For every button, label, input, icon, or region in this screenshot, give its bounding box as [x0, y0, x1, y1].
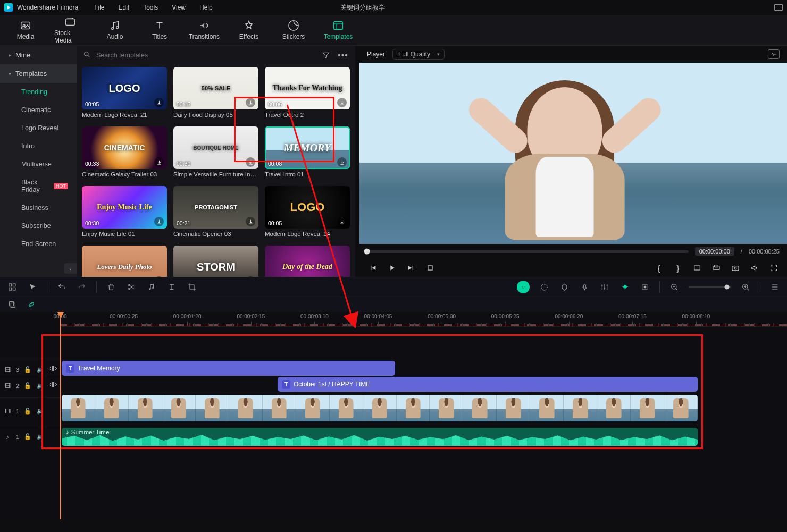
timeline[interactable]: 00:0000:00:00:2500:00:01:2000:00:02:1500… [0, 312, 787, 519]
download-icon[interactable] [337, 157, 347, 167]
marker-button[interactable] [558, 281, 570, 293]
cat-subscribe[interactable]: Subscribe [0, 217, 77, 235]
menu-edit[interactable]: Edit [119, 4, 130, 11]
volume-button[interactable] [749, 262, 760, 274]
mark-in-button[interactable]: { [653, 262, 665, 274]
template-thumb[interactable]: STORM00:29 [173, 246, 258, 277]
stop-button[interactable] [424, 262, 436, 274]
template-thumb[interactable]: Lovers Daily Photo00:12 [82, 246, 167, 277]
template-thumb[interactable]: 50% SALE00:15 [173, 67, 258, 109]
template-card[interactable]: LOGO00:05Modern Logo Reveal 14 [265, 186, 350, 242]
cat-intro[interactable]: Intro [0, 137, 77, 155]
mark-out-button[interactable]: } [672, 262, 684, 274]
menu-help[interactable]: Help [199, 4, 213, 11]
modules-button[interactable] [6, 281, 18, 293]
more-button[interactable]: ••• [337, 49, 349, 61]
menu-file[interactable]: File [94, 4, 104, 11]
download-icon[interactable] [154, 217, 164, 226]
template-card[interactable]: Lovers Daily Photo00:12 [82, 246, 167, 277]
side-templates[interactable]: Templates [0, 64, 77, 83]
template-card[interactable]: CINEMATIC00:33Cinematic Galaxy Trailer 0… [82, 126, 167, 183]
video-clip[interactable] [62, 395, 698, 421]
track-options-button[interactable] [769, 281, 781, 293]
playhead[interactable] [60, 312, 61, 519]
template-card[interactable]: BOUTIQUE HOME00:30Simple Versatile Furni… [173, 126, 258, 183]
lock-icon[interactable]: 🔓 [23, 382, 32, 390]
cat-end-screen[interactable]: End Screen [0, 235, 77, 253]
redo-button[interactable] [76, 281, 88, 293]
mute-icon[interactable]: 🔈 [36, 382, 45, 390]
cat-trending[interactable]: Trending [0, 83, 77, 101]
zoom-in-button[interactable] [740, 281, 751, 293]
template-thumb[interactable]: LOGO00:05 [265, 186, 350, 229]
template-card[interactable]: Day of the Dead00:30 [265, 246, 350, 277]
fullscreen-button[interactable] [768, 262, 780, 274]
progress-track[interactable] [367, 250, 689, 253]
template-thumb[interactable]: Thanks For Watching00:06 [265, 67, 350, 109]
prev-button[interactable] [367, 262, 379, 274]
template-thumb[interactable]: CINEMATIC00:33 [82, 126, 167, 169]
template-card[interactable]: MEMORY00:08Travel Intro 01 [265, 126, 350, 183]
magnetic-button[interactable]: ✦ [619, 281, 631, 293]
snapshot-button[interactable] [768, 49, 780, 59]
delete-button[interactable] [105, 281, 117, 293]
collapse-sidebar-button[interactable]: ‹ [64, 263, 77, 274]
template-card[interactable]: STORM00:29 [173, 246, 258, 277]
title-clip-1[interactable]: T Travel Memory [62, 361, 395, 376]
voiceover-button[interactable] [579, 281, 590, 293]
download-icon[interactable] [154, 157, 164, 167]
audio-clip[interactable]: ♪Summer Time [62, 428, 698, 446]
cat-multiverse[interactable]: Multiverse [0, 155, 77, 173]
link-button[interactable] [26, 299, 37, 310]
cat-cinematic[interactable]: Cinematic [0, 101, 77, 119]
download-icon[interactable] [337, 98, 347, 107]
track-ctrl-v1[interactable]: 🎞1 🔓 🔈 [0, 397, 60, 425]
tab-templates[interactable]: Templates [322, 20, 354, 40]
menu-view[interactable]: View [172, 4, 186, 11]
time-ruler[interactable]: 00:0000:00:00:2500:00:01:2000:00:02:1500… [60, 312, 787, 327]
template-card[interactable]: Enjoy Music Life00:30Enjoy Music Life 01 [82, 186, 167, 242]
eye-v2[interactable]: 👁 [47, 376, 60, 395]
progress-knob[interactable] [364, 249, 370, 255]
ai-button[interactable] [517, 281, 530, 293]
download-icon[interactable] [337, 217, 347, 226]
template-thumb[interactable]: Enjoy Music Life00:30 [82, 186, 167, 229]
download-icon[interactable] [246, 217, 255, 226]
layers-button[interactable] [6, 299, 18, 310]
download-icon[interactable] [246, 98, 255, 107]
zoom-knob[interactable] [725, 285, 730, 290]
aspect-button[interactable] [691, 262, 703, 274]
template-card[interactable]: Thanks For Watching00:06Travel Outro 2 [265, 67, 350, 123]
zoom-out-button[interactable] [668, 281, 680, 293]
preview-viewport[interactable] [359, 63, 787, 244]
zoom-slider[interactable] [689, 286, 731, 288]
select-tool[interactable] [27, 281, 38, 293]
tab-transitions[interactable]: Transitions [188, 20, 220, 40]
download-icon[interactable] [154, 98, 164, 107]
cat-business[interactable]: Business [0, 199, 77, 217]
crop-button[interactable] [186, 281, 198, 293]
tab-effects[interactable]: Effects [233, 20, 265, 40]
track-ctrl-a1[interactable]: ♪1 🔓 🔈 [0, 427, 60, 446]
tab-stock-media[interactable]: Stock Media [54, 16, 86, 44]
text-edit-button[interactable] [166, 281, 178, 293]
render-button[interactable] [538, 281, 550, 293]
template-card[interactable]: 50% SALE00:15Daily Food Display 05 [173, 67, 258, 123]
template-thumb[interactable]: Day of the Dead00:30 [265, 246, 350, 277]
template-thumb[interactable]: BOUTIQUE HOME00:30 [173, 126, 258, 169]
quality-dropdown[interactable]: Full Quality [392, 49, 445, 60]
template-thumb[interactable]: LOGO00:05 [82, 67, 167, 109]
mute-icon[interactable]: 🔈 [36, 407, 45, 416]
lock-icon[interactable]: 🔓 [23, 407, 32, 416]
lock-icon[interactable]: 🔓 [23, 366, 32, 374]
mute-icon[interactable]: 🔈 [36, 433, 45, 441]
window-controls[interactable] [774, 4, 783, 11]
play-button[interactable] [386, 262, 398, 274]
overlay-button[interactable] [710, 262, 722, 274]
template-thumb[interactable]: MEMORY00:08 [265, 126, 350, 169]
title-clip-2[interactable]: T October 1st / HAPPY TIME [278, 377, 698, 392]
mixer-button[interactable] [599, 281, 610, 293]
next-button[interactable] [405, 262, 417, 274]
tab-media[interactable]: Media [10, 20, 41, 40]
cat-logo-reveal[interactable]: Logo Reveal [0, 119, 77, 137]
